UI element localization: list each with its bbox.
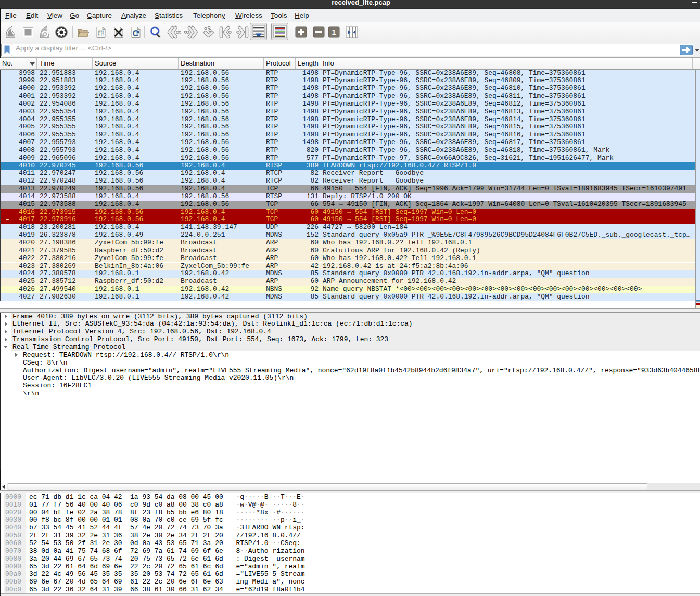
svg-text:1: 1 <box>332 28 336 36</box>
svg-text:0111: 0111 <box>98 34 104 37</box>
